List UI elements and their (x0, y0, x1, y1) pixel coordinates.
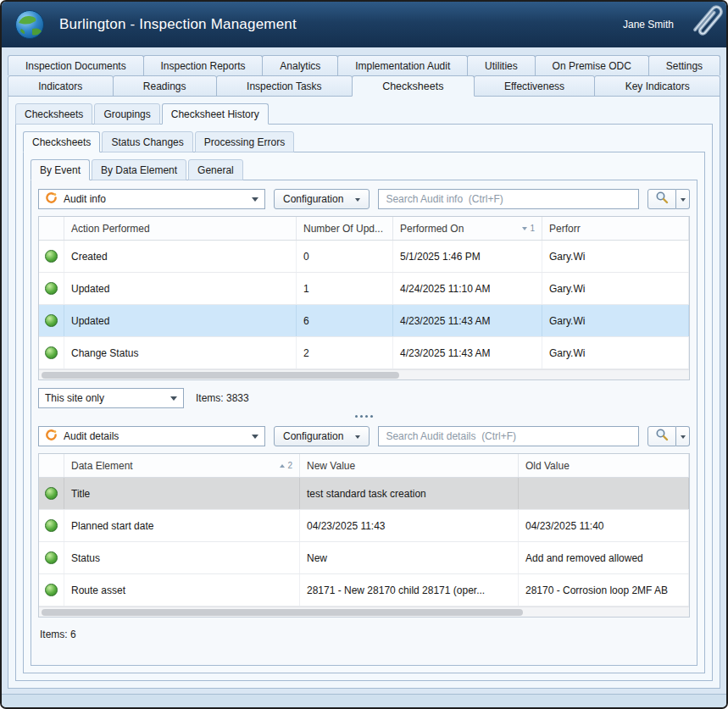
search-button-group-lower (647, 426, 690, 446)
tab-inspection-documents[interactable]: Inspection Documents (8, 55, 144, 75)
col-data-element[interactable]: Data Element 2 (64, 454, 300, 477)
search-button[interactable] (647, 426, 676, 446)
icon-column-header (39, 454, 64, 477)
main-tabs-row1: Inspection Documents Inspection Reports … (8, 55, 720, 75)
globe-row-icon (45, 551, 58, 564)
cell-performed-on: 4/24/2025 11:10 AM (393, 273, 542, 304)
tab-indicators[interactable]: Indicators (8, 75, 114, 97)
checksheet-history-panel: Checksheets Status Changes Processing Er… (15, 124, 713, 681)
tab-key-indicators[interactable]: Key Indicators (594, 75, 720, 97)
tab-utilities[interactable]: Utilities (467, 55, 535, 75)
tab-status-changes[interactable]: Status Changes (102, 131, 192, 152)
cell-action: Created (64, 241, 297, 272)
col-action-performed[interactable]: Action Performed (64, 217, 297, 240)
audit-info-combobox[interactable]: Audit info (38, 189, 265, 209)
configuration-label: Configuration (283, 193, 343, 205)
tab-settings[interactable]: Settings (648, 55, 720, 75)
cell-data-element: Title (64, 478, 300, 509)
row-icon-cell (39, 305, 64, 336)
cell-updates: 0 (297, 241, 393, 272)
tab-analytics[interactable]: Analytics (262, 55, 338, 75)
tab-implementation-audit[interactable]: Implementation Audit (337, 55, 468, 75)
audit-row-updated-2-selected[interactable]: Updated 6 4/23/2025 11:43 AM Gary.Wi (39, 305, 689, 337)
tab-groupings[interactable]: Groupings (94, 103, 159, 125)
audit-row-created[interactable]: Created 0 5/1/2025 1:46 PM Gary.Wi (39, 241, 689, 273)
detail-row-route-asset[interactable]: Route asset 28171 - New 28170 child 2817… (39, 574, 689, 607)
tab-checksheets[interactable]: Checksheets (352, 75, 475, 97)
cell-performed-on: 4/23/2025 11:43 AM (393, 305, 542, 336)
configuration-label: Configuration (283, 430, 343, 442)
col-number-of-updates[interactable]: Number Of Upd... (297, 217, 393, 240)
cell-data-element: Status (64, 542, 300, 573)
row-icon-cell (39, 542, 64, 573)
cell-action: Updated (64, 305, 297, 336)
col-old-value[interactable]: Old Value (519, 454, 689, 477)
splitter-handle-icon (355, 415, 358, 418)
cell-performed-by: Gary.Wi (542, 305, 689, 336)
search-button-group-upper (647, 189, 690, 209)
cell-old-value: 28170 - Corrosion loop 2MF AB (519, 574, 689, 606)
tab-checksheet-history[interactable]: Checksheet History (162, 103, 269, 125)
globe-row-icon (45, 346, 58, 359)
cell-new-value: 28171 - New 28170 child 28171 (oper... (300, 574, 519, 606)
cell-performed-on: 4/23/2025 11:43 AM (393, 337, 542, 368)
configuration-button-upper[interactable]: Configuration (274, 189, 370, 209)
col-new-value[interactable]: New Value (300, 454, 519, 477)
tab-processing-errors[interactable]: Processing Errors (195, 131, 294, 152)
chevron-down-icon (355, 435, 360, 441)
cell-old-value (519, 478, 689, 509)
audit-row-updated-1[interactable]: Updated 1 4/24/2025 11:10 AM Gary.Wi (39, 273, 689, 305)
sort-desc-icon (522, 227, 527, 233)
search-button[interactable] (647, 189, 676, 209)
icon-column-header (39, 217, 64, 240)
row-icon-cell (39, 478, 64, 509)
audit-details-combobox[interactable]: Audit details (38, 426, 265, 446)
tab-general[interactable]: General (188, 159, 243, 180)
tab-inspection-tasks[interactable]: Inspection Tasks (216, 75, 353, 97)
search-options-dropdown[interactable] (676, 426, 690, 446)
detail-row-status[interactable]: Status New Add and removed allowed (39, 542, 689, 574)
audit-info-toolbar: Audit info Configuration (38, 189, 690, 209)
tab-by-data-element[interactable]: By Data Element (92, 159, 186, 180)
chevron-down-icon (170, 396, 177, 404)
history-tabs: Checksheets Status Changes Processing Er… (23, 131, 705, 152)
row-icon-cell (39, 337, 64, 368)
cell-action: Updated (64, 273, 297, 304)
detail-row-title-selected[interactable]: Title test standard task creation (39, 478, 689, 510)
col-data-element-label: Data Element (71, 460, 133, 472)
col-performed-on[interactable]: Performed On 1 (393, 217, 542, 240)
search-audit-details-input[interactable] (378, 426, 639, 446)
tab-inspection-reports[interactable]: Inspection Reports (143, 55, 264, 75)
cell-performed-on: 5/1/2025 1:46 PM (393, 241, 542, 272)
refresh-icon (45, 191, 58, 207)
site-filter-combobox[interactable]: This site only (38, 388, 184, 408)
audit-info-table: Action Performed Number Of Upd... Perfor… (38, 216, 690, 380)
tab-sub-checksheets[interactable]: Checksheets (15, 103, 92, 125)
scrollbar-thumb[interactable] (42, 609, 523, 616)
search-audit-info-input[interactable] (378, 189, 639, 209)
cell-updates: 6 (297, 305, 393, 336)
detail-row-planned-start[interactable]: Planned start date 04/23/2025 11:43 04/2… (39, 510, 689, 542)
configuration-button-lower[interactable]: Configuration (274, 426, 370, 446)
tab-readings[interactable]: Readings (113, 75, 217, 97)
title-bar: Burlington - Inspection Management Jane … (2, 2, 726, 47)
tab-on-premise-odc[interactable]: On Premise ODC (535, 55, 649, 75)
chevron-down-icon (252, 435, 258, 442)
chevron-down-icon (252, 197, 258, 205)
scrollbar-thumb[interactable] (42, 372, 399, 379)
globe-icon (14, 8, 46, 41)
cell-old-value: 04/23/2025 11:40 (519, 510, 689, 541)
panel-splitter[interactable] (38, 410, 690, 423)
row-icon-cell (39, 510, 64, 541)
tab-by-event[interactable]: By Event (31, 159, 90, 180)
cell-updates: 1 (297, 273, 393, 304)
globe-row-icon (45, 250, 58, 263)
audit-row-change-status[interactable]: Change Status 2 4/23/2025 11:43 AM Gary.… (39, 337, 689, 369)
tab-history-checksheets[interactable]: Checksheets (23, 131, 100, 152)
tab-effectiveness[interactable]: Effectiveness (474, 75, 596, 97)
chevron-down-icon (355, 198, 360, 204)
search-options-dropdown[interactable] (676, 189, 690, 209)
row-icon-cell (39, 273, 64, 304)
col-performed-by[interactable]: Perforr (542, 217, 689, 240)
cell-new-value: 04/23/2025 11:43 (300, 510, 519, 541)
